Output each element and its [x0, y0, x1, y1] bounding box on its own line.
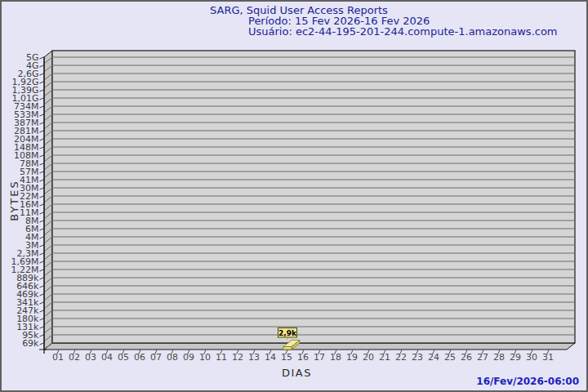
x-tick-label: 13 — [248, 352, 260, 363]
bytes-per-day-bar-chart: 5G4G2,6G1,92G1,39G1,01G734M533M387M281M2… — [2, 2, 588, 392]
x-tick-label: 11 — [216, 352, 227, 363]
x-tick-label: 15 — [281, 352, 292, 363]
x-tick-label: 05 — [118, 352, 129, 363]
x-tick-label: 26 — [461, 352, 472, 363]
x-tick-label: 25 — [444, 352, 456, 363]
x-tick-label: 20 — [363, 352, 374, 363]
x-tick-label: 23 — [412, 352, 423, 363]
x-tick-label: 31 — [542, 352, 554, 363]
y-tick-label: 69k — [22, 338, 39, 349]
x-tick-label: 17 — [314, 352, 325, 363]
x-tick-label: 21 — [379, 352, 390, 363]
generation-timestamp: 16/Fev/2026-06:00 — [476, 376, 579, 387]
x-tick-label: 06 — [134, 352, 145, 363]
x-axis: 0102030405060708091011121314151617181920… — [52, 350, 554, 363]
x-tick-label: 28 — [493, 352, 505, 363]
y-axis-title: BYTES — [8, 160, 20, 242]
x-tick-label: 08 — [167, 352, 178, 363]
x-tick-label: 29 — [510, 352, 521, 363]
x-tick-label: 19 — [346, 352, 358, 363]
x-tick-label: 07 — [150, 352, 162, 363]
x-tick-label: 01 — [52, 352, 64, 363]
chart-3d-frame — [44, 51, 575, 350]
x-tick-label: 18 — [330, 352, 341, 363]
x-tick-label: 09 — [183, 352, 194, 363]
x-tick-label: 27 — [477, 352, 488, 363]
x-tick-label: 03 — [85, 352, 96, 363]
x-tick-label: 10 — [199, 352, 211, 363]
bar-front-face — [283, 347, 292, 350]
floor — [44, 343, 575, 350]
sarg-report-page: SARG, Squid User Access Reports Período:… — [0, 0, 588, 392]
x-tick-label: 04 — [101, 352, 113, 363]
x-tick-label: 24 — [428, 352, 439, 363]
callout-value: 2,9k — [278, 329, 297, 337]
x-tick-label: 14 — [265, 352, 276, 363]
x-axis-title: DIAS — [282, 367, 312, 379]
x-tick-label: 22 — [395, 352, 407, 363]
x-tick-label: 16 — [297, 352, 309, 363]
x-tick-label: 12 — [232, 352, 243, 363]
x-tick-label: 30 — [526, 352, 537, 363]
x-tick-label: 02 — [69, 352, 80, 363]
plot-area — [52, 51, 575, 343]
bar-value-callout: 2,9k — [278, 328, 297, 338]
